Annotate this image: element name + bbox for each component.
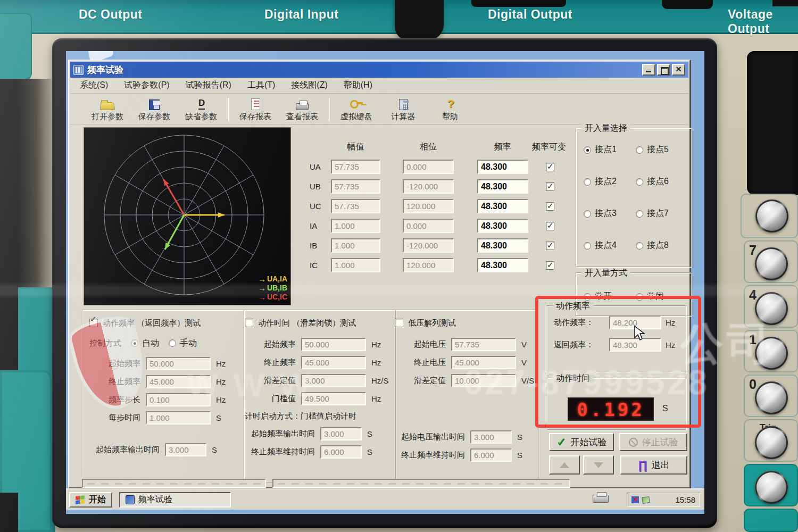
channel-name: UA — [310, 162, 328, 171]
phase-field-IA[interactable]: 0.000 — [403, 219, 454, 233]
toolbar-key-button[interactable]: 虚拟键盘 — [333, 94, 380, 124]
toolbar-calc-button[interactable]: 计算器 — [380, 94, 427, 124]
document-icon — [251, 98, 260, 110]
param-field[interactable]: 6.000 — [470, 448, 512, 462]
amplitude-field-IC[interactable]: 1.000 — [331, 258, 380, 272]
param-unit: S — [367, 429, 372, 438]
mouse-cursor — [634, 326, 646, 342]
radio-接点5[interactable]: 接点5 — [636, 144, 669, 155]
amplitude-field-UB[interactable]: 57.735 — [331, 179, 380, 194]
param-field[interactable]: 45.000 — [146, 375, 211, 388]
key-label: 4 — [749, 287, 757, 303]
freq-variable-checkbox-UA[interactable] — [546, 163, 554, 171]
amplitude-field-IA[interactable]: 1.000 — [331, 219, 380, 233]
radio-接点6[interactable]: 接点6 — [636, 176, 669, 187]
toolbar-floppy-button[interactable]: 保存参数 — [131, 94, 178, 124]
phase-field-IB[interactable]: -120.000 — [403, 238, 454, 253]
freq-variable-checkbox-IC[interactable] — [546, 261, 554, 270]
param-field[interactable]: 45.000 — [451, 356, 516, 369]
amplitude-field-UC[interactable]: 57.735 — [331, 199, 380, 213]
param-field[interactable]: 45.000 — [301, 356, 366, 369]
radio-自动[interactable]: 自动 — [131, 338, 159, 349]
phasor-scope: →UA,IA→UB,IB→UC,IC — [84, 127, 291, 305]
phase-field-IC[interactable]: 120.000 — [403, 258, 454, 272]
key-label: 0 — [749, 377, 757, 392]
freq-test-checkbox[interactable] — [89, 319, 98, 327]
start-button[interactable]: 开始 — [69, 492, 112, 508]
menu-item-6[interactable]: 帮助(H) — [344, 80, 372, 91]
frequency-field-IB[interactable]: 48.300 — [477, 238, 528, 253]
stop-test-button[interactable]: 停止试验 — [619, 433, 687, 451]
legend-label: UA,IA — [267, 275, 287, 284]
radio-接点8[interactable]: 接点8 — [636, 240, 669, 251]
menu-item-5[interactable]: 接线图(Z) — [291, 80, 327, 91]
scroll-up-button[interactable] — [549, 455, 580, 475]
frequency-field-UA[interactable]: 48.300 — [477, 160, 528, 174]
menu-item-4[interactable]: 工具(T) — [247, 80, 275, 91]
toolbar-label: 虚拟键盘 — [340, 112, 372, 122]
radio-接点1[interactable]: 接点1 — [584, 144, 617, 155]
freq-test-checkbox-row: 动作频率 （返回频率）测试 — [89, 316, 238, 330]
radio-label: 接点4 — [595, 240, 617, 251]
param-field[interactable]: 57.735 — [451, 338, 516, 351]
voltage-test-panel: 低压解列测试起始电压57.735V终止电压45.000V滑差定值10.000V/… — [395, 316, 534, 464]
time-test-checkbox[interactable] — [245, 319, 253, 327]
radio-接点7[interactable]: 接点7 — [636, 208, 669, 219]
phase-field-UC[interactable]: 120.000 — [403, 199, 454, 213]
toolbar-default-d-button[interactable]: 缺省参数 — [178, 94, 225, 124]
channel-row-UB: UB57.735-120.00048.300 — [69, 179, 601, 195]
radio-接点4[interactable]: 接点4 — [584, 240, 617, 251]
frequency-field-IC[interactable]: 48.300 — [477, 258, 528, 272]
voltage-test-checkbox-row: 低压解列测试 — [395, 316, 534, 330]
start-test-button[interactable]: 开始试验 — [549, 433, 614, 451]
param-field[interactable]: 3.000 — [320, 427, 362, 440]
toolbar-help-button[interactable]: 帮助 — [427, 94, 473, 124]
param-field[interactable]: 50.000 — [301, 338, 366, 351]
radio-手动[interactable]: 手动 — [169, 338, 197, 349]
toolbar-document-button[interactable]: 保存报表 — [232, 94, 279, 124]
frequency-field-IA[interactable]: 48.300 — [477, 219, 528, 233]
channel-name: IC — [310, 261, 328, 270]
param-field[interactable]: 3.000 — [165, 443, 206, 456]
frequency-field-UC[interactable]: 48.300 — [477, 199, 528, 213]
voltage-test-checkbox[interactable] — [395, 319, 403, 327]
param-label: 终止频率 — [89, 377, 140, 387]
menu-item-1[interactable]: 系统(S) — [80, 80, 108, 91]
param-field[interactable]: 50.000 — [146, 357, 211, 370]
param-field[interactable]: 0.100 — [146, 393, 211, 406]
param-field[interactable]: 1.000 — [146, 411, 211, 425]
frequency-field-UB[interactable]: 48.300 — [477, 179, 528, 194]
knob — [755, 200, 788, 232]
scroll-down-button[interactable] — [583, 455, 614, 475]
toolbar-printer-button[interactable]: 查看报表 — [279, 94, 326, 124]
toolbar-open-folder-button[interactable]: 打开参数 — [84, 94, 131, 124]
radio-接点2[interactable]: 接点2 — [584, 176, 617, 187]
taskbar-item-app[interactable]: 频率试验 — [119, 492, 231, 508]
menu-item-2[interactable]: 试验参数(P) — [124, 80, 169, 91]
param-field[interactable]: 10.000 — [451, 374, 516, 387]
param-label: 频率步长 — [89, 395, 140, 405]
phase-field-UB[interactable]: -120.000 — [403, 179, 454, 194]
tray-app-icon[interactable] — [642, 496, 650, 504]
param-field[interactable]: 49.500 — [301, 392, 366, 405]
printer-icon[interactable] — [593, 495, 609, 503]
freq-variable-checkbox-IA[interactable] — [546, 222, 554, 230]
phase-field-UA[interactable]: 0.000 — [403, 160, 454, 174]
param-field[interactable]: 6.000 — [320, 445, 362, 459]
close-button[interactable] — [672, 64, 685, 76]
menu-item-3[interactable]: 试验报告(R) — [186, 80, 231, 91]
param-field[interactable]: 3.000 — [301, 374, 366, 387]
amplitude-field-IB[interactable]: 1.000 — [331, 238, 380, 253]
freq-variable-checkbox-IB[interactable] — [546, 242, 554, 250]
amplitude-field-UA[interactable]: 57.735 — [331, 160, 380, 174]
radio-接点3[interactable]: 接点3 — [584, 208, 617, 219]
maximize-button[interactable] — [657, 64, 670, 76]
exit-button[interactable]: 退出 — [620, 455, 687, 475]
freq-variable-checkbox-UC[interactable] — [546, 202, 554, 211]
minimize-button[interactable] — [642, 64, 655, 76]
param-unit: V — [521, 340, 527, 349]
tray-network-icon[interactable] — [631, 496, 639, 503]
freq-variable-checkbox-UB[interactable] — [546, 182, 554, 191]
device-key-4: 4 — [744, 285, 798, 328]
param-field[interactable]: 3.000 — [470, 430, 512, 444]
